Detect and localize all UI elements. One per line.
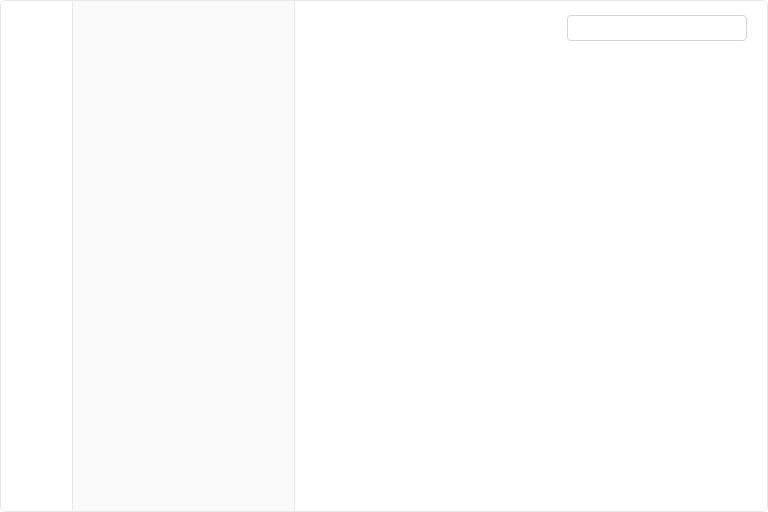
main-panel — [295, 1, 767, 511]
filter-input[interactable] — [586, 21, 736, 35]
app-rail — [1, 1, 73, 511]
nav-panel — [73, 1, 295, 511]
voicemail-list — [295, 51, 767, 511]
filter-box[interactable] — [567, 15, 747, 41]
